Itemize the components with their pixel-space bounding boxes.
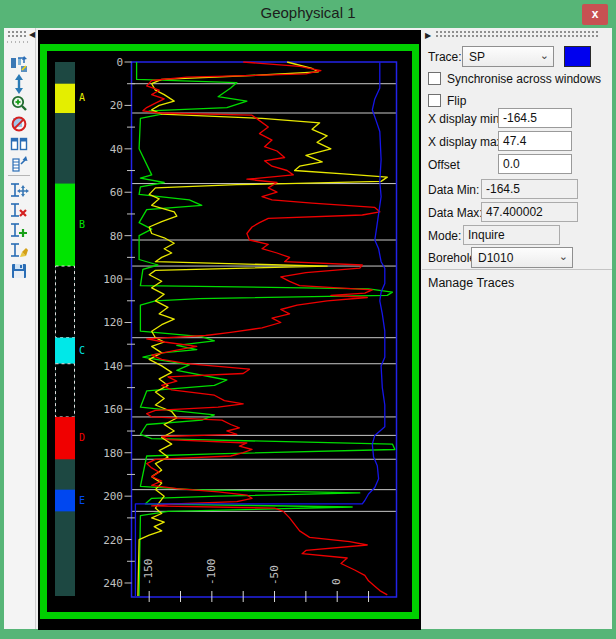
save-icon[interactable] xyxy=(9,261,31,281)
flip-label: Flip xyxy=(447,94,466,108)
lithology-block-dashed xyxy=(56,364,75,417)
depth-tick-label: 100 xyxy=(103,273,123,286)
log-plot-widget[interactable]: ABCDE020406080100120140160180200220240-1… xyxy=(38,30,421,630)
lithology-label: E xyxy=(79,495,85,506)
client-area: ◀ xyxy=(4,28,612,629)
panel-expand-arrow-icon[interactable]: ▶ xyxy=(425,32,431,40)
depth-tick-label: 160 xyxy=(103,403,123,416)
data-max-value: 47.400002 xyxy=(481,202,578,222)
depth-tick-label: 60 xyxy=(110,186,123,199)
lithology-block xyxy=(55,490,75,512)
x-display-max-input[interactable]: 47.4 xyxy=(498,131,572,151)
trace-label: Trace: xyxy=(428,50,462,64)
toolbar-separator xyxy=(8,175,30,176)
move-trace-icon[interactable] xyxy=(9,181,31,201)
depth-scale-icon[interactable] xyxy=(9,154,31,174)
lithology-label: C xyxy=(79,345,85,356)
trace-select-value: SP xyxy=(469,50,485,64)
trace-color-swatch[interactable] xyxy=(564,46,591,67)
data-min-value: -164.5 xyxy=(481,179,578,199)
lithology-block xyxy=(55,417,75,459)
depth-tick-label: 0 xyxy=(116,56,123,69)
depth-tick-label: 120 xyxy=(103,316,123,329)
depth-tick-label: 200 xyxy=(103,490,123,503)
plot-green-frame xyxy=(44,48,416,616)
trace-panel: ▶ Trace: SP ⌄ Synchronise across windows… xyxy=(422,28,612,629)
x-tick-label: 0 xyxy=(330,578,343,585)
x-tick-label: -100 xyxy=(205,559,218,586)
synchronise-checkbox[interactable] xyxy=(428,72,441,85)
zoom-in-icon[interactable] xyxy=(9,94,31,114)
pan-copy-icon[interactable] xyxy=(9,54,31,74)
close-button[interactable]: x xyxy=(582,4,608,25)
toolbar-grip[interactable] xyxy=(8,31,26,37)
depth-tick-label: 140 xyxy=(103,360,123,373)
tile-windows-icon[interactable] xyxy=(9,134,31,154)
left-toolbar: ◀ xyxy=(4,28,36,629)
x-tick-label: -150 xyxy=(142,559,155,586)
mode-label: Mode: xyxy=(428,229,461,243)
data-max-label: Data Max: xyxy=(428,206,483,220)
chevron-down-icon: ⌄ xyxy=(540,49,549,62)
offset-label: Offset xyxy=(428,158,460,172)
lithology-label: B xyxy=(79,219,85,230)
depth-tick-label: 40 xyxy=(110,143,123,156)
borehole-select[interactable]: D1010 ⌄ xyxy=(471,247,573,268)
add-trace-icon[interactable] xyxy=(9,221,31,241)
trace-select[interactable]: SP ⌄ xyxy=(462,46,554,67)
lithology-block-dashed xyxy=(56,266,75,338)
delete-trace-icon[interactable] xyxy=(9,201,31,221)
lithology-label: A xyxy=(79,92,85,103)
x-display-min-label: X display min xyxy=(428,112,499,126)
window-title: Geophysical 1 xyxy=(0,4,616,21)
depth-tick-label: 20 xyxy=(110,99,123,112)
blue-log xyxy=(135,62,384,596)
depth-tick-label: 240 xyxy=(103,577,123,590)
lithology-block xyxy=(55,338,75,364)
toolbar-collapse-arrow-icon[interactable]: ◀ xyxy=(29,31,35,39)
data-min-label: Data Min: xyxy=(428,183,479,197)
no-zoom-icon[interactable] xyxy=(9,114,31,134)
panel-separator xyxy=(422,269,612,270)
lithology-block xyxy=(55,184,75,266)
lithology-block xyxy=(55,84,75,113)
borehole-select-value: D1010 xyxy=(478,251,513,265)
titlebar[interactable]: Geophysical 1 x xyxy=(0,0,616,28)
panel-grip[interactable] xyxy=(436,31,598,37)
yellow-log xyxy=(138,62,387,596)
plot-axis-frame xyxy=(132,62,397,597)
fit-vertical-icon[interactable] xyxy=(9,74,31,94)
chevron-down-icon: ⌄ xyxy=(559,250,568,263)
manage-traces-link[interactable]: Manage Traces xyxy=(428,276,514,290)
depth-tick-label: 180 xyxy=(103,447,123,460)
log-plot: ABCDE020406080100120140160180200220240-1… xyxy=(38,30,421,630)
depth-tick-label: 80 xyxy=(110,230,123,243)
red-log xyxy=(143,62,387,595)
toolbar-drag-handle[interactable] xyxy=(7,41,29,43)
mode-value: Inquire xyxy=(463,225,560,245)
green-log xyxy=(137,62,395,596)
x-display-min-input[interactable]: -164.5 xyxy=(498,108,572,128)
offset-input[interactable]: 0.0 xyxy=(498,154,572,174)
x-display-max-label: X display max xyxy=(428,135,503,149)
x-tick-label: -50 xyxy=(268,565,281,585)
edit-trace-icon[interactable] xyxy=(9,241,31,261)
synchronise-label: Synchronise across windows xyxy=(447,72,601,86)
geophysical-window: Geophysical 1 x ◀ xyxy=(0,0,616,639)
lithology-label: D xyxy=(79,432,85,443)
flip-checkbox[interactable] xyxy=(428,94,441,107)
depth-tick-label: 220 xyxy=(103,534,123,547)
